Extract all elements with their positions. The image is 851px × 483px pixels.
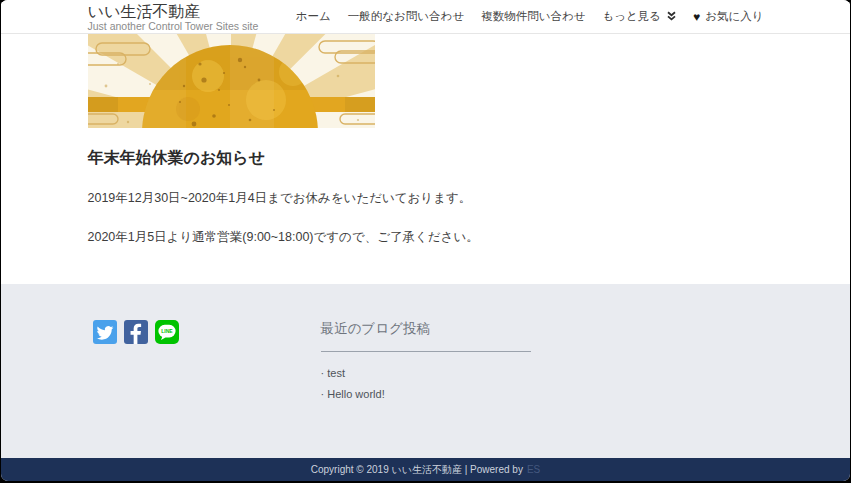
svg-text:LINE: LINE [161, 328, 173, 334]
facebook-link[interactable] [124, 320, 148, 344]
recent-posts-list: test Hello world! [321, 362, 531, 404]
copyright-text: Copyright © 2019 いい生活不動産 | Powered by [311, 463, 523, 477]
line-link[interactable]: LINE [155, 320, 179, 344]
recent-posts-title: 最近のブログ投稿 [321, 320, 531, 352]
site-branding[interactable]: いい生活不動産 Just another Control Tower Sites… [88, 0, 259, 33]
heart-icon: ♥ [693, 11, 700, 23]
webpage: いい生活不動産 Just another Control Tower Sites… [1, 0, 850, 481]
post-paragraph: 2020年1月5日より通常営業(9:00~18:00)ですので、ご了承ください。 [88, 229, 764, 247]
facebook-icon [124, 320, 148, 344]
nav-general-inquiry[interactable]: 一般的なお問い合わせ [348, 9, 464, 24]
site-title[interactable]: いい生活不動産 [88, 3, 259, 21]
recent-posts-widget: 最近のブログ投稿 test Hello world! [321, 320, 531, 404]
nav-more[interactable]: もっと見る [602, 9, 676, 24]
main-content: 年末年始休業のお知らせ 2019年12月30日~2020年1月4日までお休みをい… [1, 34, 850, 284]
double-chevron-down-icon [667, 11, 676, 23]
nav-more-label: もっと見る [602, 9, 661, 24]
nav-multi-property-inquiry[interactable]: 複数物件問い合わせ [481, 9, 585, 24]
site-header: いい生活不動産 Just another Control Tower Sites… [1, 0, 850, 34]
recent-post-link[interactable]: Hello world! [327, 388, 384, 400]
browser-window: いい生活不動産 Just another Control Tower Sites… [0, 0, 851, 483]
copyright-bar: Copyright © 2019 いい生活不動産 | Powered by ES [1, 458, 850, 481]
nav-home[interactable]: ホーム [296, 9, 331, 24]
sunrise-illustration [88, 34, 375, 128]
site-tagline: Just another Control Tower Sites site [88, 21, 259, 32]
site-footer: LINE 最近のブログ投稿 test Hello world! [1, 284, 850, 458]
post-title: 年末年始休業のお知らせ [88, 148, 764, 169]
line-icon: LINE [155, 320, 179, 344]
list-item: test [321, 362, 531, 383]
nav-favorites[interactable]: ♥ お気に入り [693, 9, 763, 24]
social-links: LINE [88, 320, 298, 404]
nav-favorites-label: お気に入り [705, 9, 763, 24]
twitter-link[interactable] [93, 320, 117, 344]
twitter-icon [93, 320, 117, 344]
post-paragraph: 2019年12月30日~2020年1月4日までお休みをいただいております。 [88, 190, 764, 208]
main-nav: ホーム 一般的なお問い合わせ 複数物件問い合わせ もっと見る ♥ お気に入り [296, 0, 764, 33]
list-item: Hello world! [321, 383, 531, 404]
recent-post-link[interactable]: test [327, 367, 345, 379]
hero-image [88, 34, 375, 128]
powered-by-link[interactable]: ES [527, 464, 540, 475]
footer-empty-column [554, 320, 764, 404]
